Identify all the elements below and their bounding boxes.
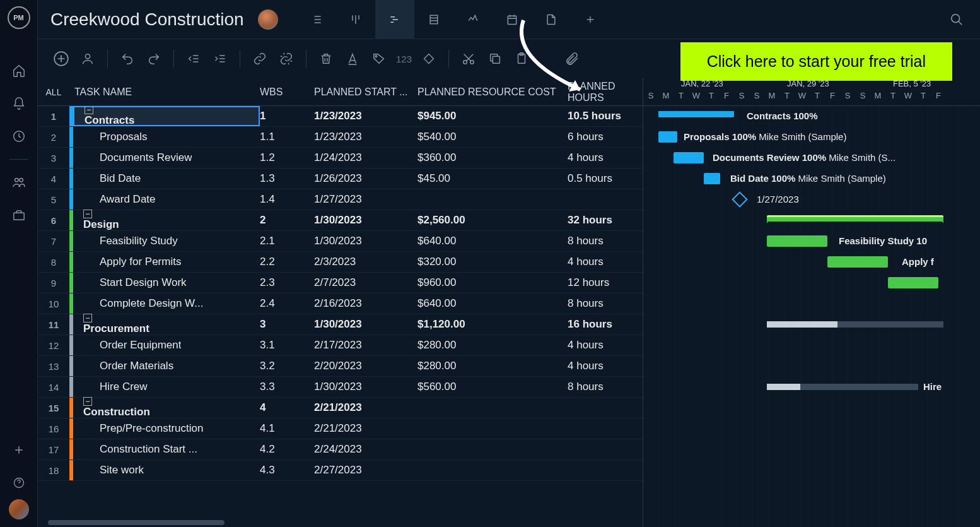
planned-start-cell[interactable]: 2/17/2023 bbox=[314, 339, 417, 352]
wbs-cell[interactable]: 1.2 bbox=[260, 151, 314, 164]
gantt-row[interactable] bbox=[643, 293, 980, 314]
planned-hours-cell[interactable]: 8 hours bbox=[568, 297, 643, 310]
planned-start-cell[interactable]: 2/21/2023 bbox=[314, 401, 417, 414]
planned-hours-cell[interactable]: 4 hours bbox=[568, 360, 643, 372]
wbs-cell[interactable]: 4.1 bbox=[260, 422, 314, 435]
gantt-summary-bar[interactable] bbox=[767, 215, 943, 222]
task-row[interactable]: 14Hire Crew3.31/30/2023$560.008 hours bbox=[38, 377, 643, 398]
task-row[interactable]: 8Apply for Permits2.22/3/2023$320.004 ho… bbox=[38, 252, 643, 273]
wbs-cell[interactable]: 2.3 bbox=[260, 276, 314, 289]
planned-cost-cell[interactable]: $280.00 bbox=[417, 360, 568, 372]
wbs-cell[interactable]: 3.1 bbox=[260, 339, 314, 352]
collapse-icon[interactable]: − bbox=[83, 314, 92, 323]
col-hours[interactable]: PLANNED HOURS bbox=[568, 81, 643, 104]
planned-cost-cell[interactable]: $960.00 bbox=[417, 276, 568, 289]
col-task[interactable]: TASK NAME bbox=[69, 86, 260, 98]
planned-start-cell[interactable]: 2/27/2023 bbox=[314, 464, 417, 477]
gantt-row[interactable] bbox=[643, 439, 980, 460]
task-name-cell[interactable]: Award Date bbox=[69, 189, 260, 210]
wbs-cell[interactable]: 4 bbox=[260, 401, 314, 414]
wbs-cell[interactable]: 2.4 bbox=[260, 297, 314, 310]
milestone-icon[interactable] bbox=[418, 48, 440, 69]
task-name-cell[interactable]: Documents Review bbox=[69, 148, 260, 168]
view-gantt-icon[interactable] bbox=[375, 0, 414, 39]
gantt-chart[interactable]: JAN, 22 '23JAN, 29 '23FEB, 5 '23 SMTWTFS… bbox=[643, 78, 980, 527]
gantt-summary-bar[interactable] bbox=[658, 111, 734, 117]
wbs-cell[interactable]: 1.1 bbox=[260, 131, 314, 143]
gantt-row[interactable] bbox=[643, 398, 980, 418]
task-name-cell[interactable]: −Contracts bbox=[69, 106, 260, 126]
gantt-task-bar[interactable] bbox=[674, 152, 704, 163]
planned-start-cell[interactable]: 2/24/2023 bbox=[314, 443, 417, 456]
gantt-row[interactable]: Bid Date 100% Mike Smith (Sample) bbox=[643, 169, 980, 189]
gantt-row[interactable]: Contracts 100% bbox=[643, 106, 980, 127]
notifications-icon[interactable] bbox=[8, 92, 30, 115]
wbs-cell[interactable]: 4.2 bbox=[260, 443, 314, 456]
planned-start-cell[interactable]: 1/23/2023 bbox=[314, 131, 417, 143]
planned-hours-cell[interactable]: 10.5 hours bbox=[568, 110, 643, 122]
delete-icon[interactable] bbox=[315, 48, 337, 69]
planned-hours-cell[interactable]: 6 hours bbox=[568, 131, 643, 143]
col-start[interactable]: PLANNED START ... bbox=[314, 86, 417, 98]
wbs-cell[interactable]: 2.1 bbox=[260, 235, 314, 247]
add-task-icon[interactable] bbox=[50, 48, 72, 69]
gantt-row[interactable]: Feasibility Study 10 bbox=[643, 231, 980, 252]
attachment-icon[interactable] bbox=[561, 48, 583, 69]
task-row[interactable]: 5Award Date1.41/27/2023 bbox=[38, 189, 643, 210]
assign-icon[interactable] bbox=[77, 48, 98, 69]
task-name-cell[interactable]: −Design bbox=[69, 210, 260, 230]
gantt-row[interactable] bbox=[643, 314, 980, 335]
planned-cost-cell[interactable]: $640.00 bbox=[417, 297, 568, 310]
collapse-icon[interactable]: − bbox=[83, 397, 92, 406]
home-icon[interactable] bbox=[8, 59, 30, 82]
col-all[interactable]: ALL bbox=[38, 87, 69, 97]
collapse-icon[interactable]: − bbox=[83, 210, 92, 218]
view-list-icon[interactable] bbox=[297, 0, 336, 39]
wbs-cell[interactable]: 4.3 bbox=[260, 464, 314, 477]
wbs-cell[interactable]: 1 bbox=[260, 110, 314, 122]
planned-cost-cell[interactable]: $945.00 bbox=[417, 110, 568, 122]
planned-cost-cell[interactable]: $560.00 bbox=[417, 381, 568, 393]
planned-start-cell[interactable]: 1/24/2023 bbox=[314, 151, 417, 164]
task-row[interactable]: 17Construction Start ...4.22/24/2023 bbox=[38, 439, 643, 460]
task-row[interactable]: 9Start Design Work2.32/7/2023$960.0012 h… bbox=[38, 273, 643, 293]
gantt-row[interactable] bbox=[643, 418, 980, 439]
task-row[interactable]: 1−Contracts11/23/2023$945.0010.5 hours bbox=[38, 106, 643, 127]
planned-start-cell[interactable]: 1/30/2023 bbox=[314, 318, 417, 331]
undo-icon[interactable] bbox=[117, 48, 138, 69]
gantt-row[interactable] bbox=[643, 460, 980, 481]
gantt-progress-bar[interactable] bbox=[767, 384, 918, 390]
view-file-icon[interactable] bbox=[532, 0, 571, 39]
task-name-cell[interactable]: Bid Date bbox=[69, 169, 260, 189]
planned-start-cell[interactable]: 1/30/2023 bbox=[314, 235, 417, 247]
view-dashboard-icon[interactable] bbox=[453, 0, 493, 39]
wbs-cell[interactable]: 1.3 bbox=[260, 172, 314, 185]
task-name-cell[interactable]: Construction Start ... bbox=[69, 439, 260, 459]
view-add-icon[interactable] bbox=[571, 0, 610, 39]
task-name-cell[interactable]: Proposals bbox=[69, 127, 260, 147]
planned-start-cell[interactable]: 2/16/2023 bbox=[314, 297, 417, 310]
planned-cost-cell[interactable]: $1,120.00 bbox=[417, 318, 568, 331]
planned-hours-cell[interactable]: 4 hours bbox=[568, 339, 643, 352]
indent-icon[interactable] bbox=[209, 48, 231, 69]
wbs-cell[interactable]: 3.3 bbox=[260, 381, 314, 393]
user-avatar[interactable] bbox=[9, 499, 29, 519]
add-icon[interactable] bbox=[8, 439, 30, 461]
gantt-row[interactable]: Proposals 100% Mike Smith (Sample) bbox=[643, 127, 980, 148]
gantt-task-bar[interactable] bbox=[888, 277, 938, 288]
planned-start-cell[interactable]: 1/23/2023 bbox=[314, 110, 417, 122]
planned-start-cell[interactable]: 2/7/2023 bbox=[314, 276, 417, 289]
planned-start-cell[interactable]: 1/30/2023 bbox=[314, 214, 417, 227]
planned-hours-cell[interactable]: 8 hours bbox=[568, 381, 643, 393]
task-row[interactable]: 3Documents Review1.21/24/2023$360.004 ho… bbox=[38, 148, 643, 169]
gantt-milestone[interactable] bbox=[732, 191, 747, 207]
project-avatar[interactable] bbox=[258, 9, 278, 30]
briefcase-icon[interactable] bbox=[8, 204, 30, 227]
gantt-row[interactable]: Apply f bbox=[643, 252, 980, 273]
task-name-cell[interactable]: Prep/Pre-construction bbox=[69, 418, 260, 439]
wbs-cell[interactable]: 2 bbox=[260, 214, 314, 227]
planned-start-cell[interactable]: 2/21/2023 bbox=[314, 422, 417, 435]
gantt-row[interactable] bbox=[643, 335, 980, 356]
planned-hours-cell[interactable]: 12 hours bbox=[568, 276, 643, 289]
wbs-cell[interactable]: 1.4 bbox=[260, 193, 314, 206]
